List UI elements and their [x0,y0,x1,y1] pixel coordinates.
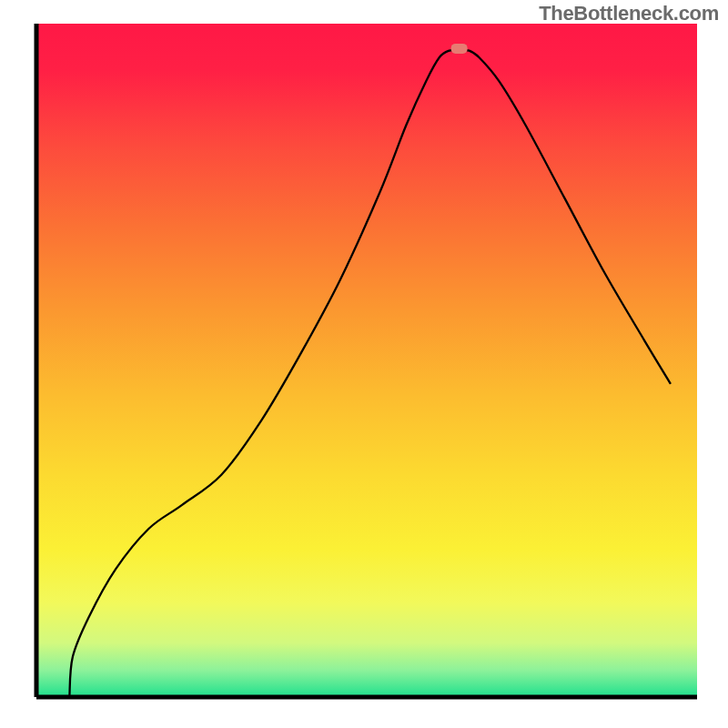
plot-background [36,24,697,697]
optimal-marker [451,44,468,54]
chart-wrap: TheBottleneck.com [0,0,728,728]
bottleneck-chart [0,0,728,728]
watermark-text: TheBottleneck.com [539,2,719,25]
